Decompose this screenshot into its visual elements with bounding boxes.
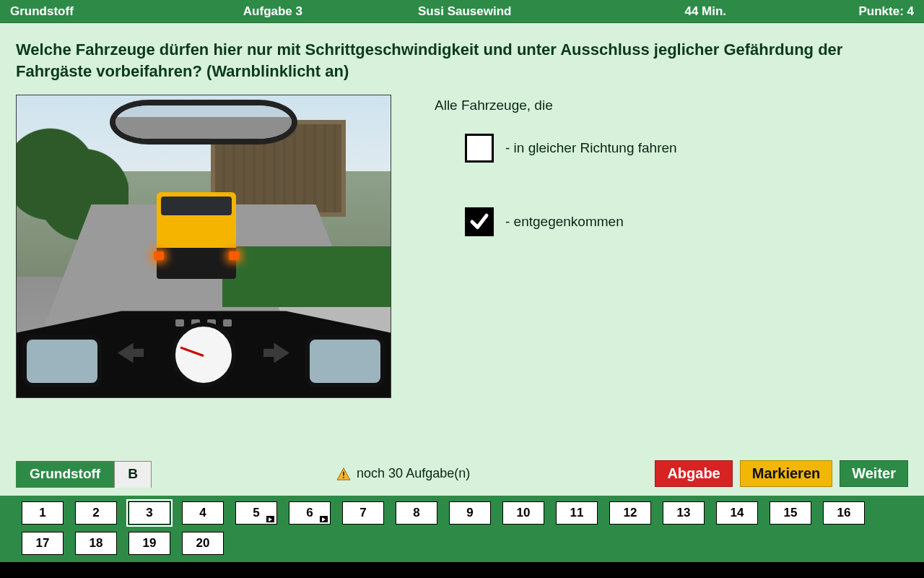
answer-text: - in gleicher Richtung fahren <box>505 140 677 156</box>
question-nav-15[interactable]: 15 <box>770 501 811 525</box>
question-text: Welche Fahrzeuge dürfen hier nur mit Sch… <box>16 39 908 82</box>
question-nav-2[interactable]: 2 <box>75 501 117 525</box>
question-nav-9[interactable]: 9 <box>449 501 491 525</box>
question-nav-6[interactable]: 6 <box>289 501 331 525</box>
question-nav-5[interactable]: 5 <box>235 501 277 525</box>
answer-option: - in gleicher Richtung fahren <box>465 134 908 163</box>
question-nav-13[interactable]: 13 <box>663 501 705 525</box>
answer-text: - entgegenkommen <box>505 214 624 230</box>
tab-grundstoff[interactable]: Grundstoff <box>16 461 114 488</box>
question-nav-16[interactable]: 16 <box>823 501 865 525</box>
header-task: Aufgabe 3 <box>243 4 302 19</box>
remaining-text: noch 30 Aufgabe(n) <box>357 466 470 481</box>
question-nav-14[interactable]: 14 <box>716 501 758 525</box>
question-nav-11[interactable]: 11 <box>556 501 598 525</box>
category-tabs: GrundstoffB <box>16 460 152 487</box>
remaining-indicator: noch 30 Aufgabe(n) <box>336 466 470 481</box>
header-points: Punkte: 4 <box>858 4 914 19</box>
rearview-mirror-icon <box>110 100 297 144</box>
warning-icon <box>336 467 351 480</box>
question-nav-20[interactable]: 20 <box>182 532 224 555</box>
system-bar <box>0 562 924 578</box>
question-nav-18[interactable]: 18 <box>75 532 117 555</box>
header-user: Susi Sausewind <box>418 4 511 19</box>
question-nav-1[interactable]: 1 <box>22 501 64 525</box>
question-nav-4[interactable]: 4 <box>182 501 224 525</box>
answers-block: Alle Fahrzeuge, die - in gleicher Richtu… <box>435 95 908 398</box>
header-category: Grundstoff <box>10 4 74 19</box>
svg-rect-1 <box>343 477 344 478</box>
answer-option: - entgegenkommen <box>465 207 908 236</box>
answer-checkbox[interactable] <box>465 134 494 163</box>
question-image[interactable] <box>16 95 391 398</box>
question-nav-19[interactable]: 19 <box>128 532 170 555</box>
svg-rect-0 <box>343 471 344 475</box>
question-number-strip: 1234567891011121314151617181920 <box>0 496 924 562</box>
top-bar: Grundstoff Aufgabe 3 Susi Sausewind 44 M… <box>0 0 924 23</box>
tab-b[interactable]: B <box>114 461 152 488</box>
question-nav-7[interactable]: 7 <box>342 501 384 525</box>
footer-row: GrundstoffB noch 30 Aufgabe(n) Abgabe Ma… <box>16 454 908 487</box>
dashboard-icon <box>17 311 391 397</box>
question-nav-10[interactable]: 10 <box>502 501 544 525</box>
question-nav-8[interactable]: 8 <box>396 501 437 525</box>
video-icon <box>320 516 328 522</box>
next-button[interactable]: Weiter <box>840 460 908 487</box>
video-icon <box>266 516 274 522</box>
bus-icon <box>157 192 236 279</box>
answer-checkbox[interactable] <box>465 207 494 236</box>
question-nav-17[interactable]: 17 <box>22 532 64 555</box>
submit-button[interactable]: Abgabe <box>655 460 732 487</box>
question-nav-3[interactable]: 3 <box>128 501 170 525</box>
answers-lead: Alle Fahrzeuge, die <box>435 98 908 113</box>
question-nav-12[interactable]: 12 <box>609 501 651 525</box>
content-area: Welche Fahrzeuge dürfen hier nur mit Sch… <box>0 23 924 496</box>
header-time: 44 Min. <box>684 4 726 19</box>
mark-button[interactable]: Markieren <box>740 460 833 487</box>
